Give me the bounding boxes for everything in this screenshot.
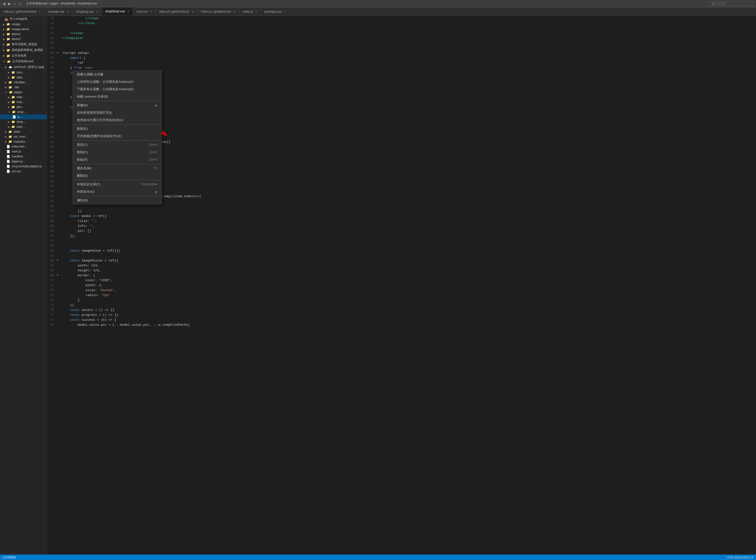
context-menu-item-7[interactable]: 刷新(E) xyxy=(73,125,161,133)
sidebar-item-shop...[interactable]: ▼ 📁 shop... xyxy=(0,109,47,115)
tab-close-icon[interactable]: ✕ xyxy=(234,11,236,13)
context-menu-item-3[interactable]: 创建 common 目录(R) xyxy=(73,93,161,100)
folder-arrow-icon: ▼ xyxy=(5,91,7,94)
context-menu-item-2[interactable]: 下载所有云函数、公共模块及Actions(D) xyxy=(73,85,161,93)
context-menu-item-1[interactable]: 上传所有云函数、公共模块及Actions(A) xyxy=(73,78,161,85)
fold-icon[interactable]: ▼ xyxy=(57,51,60,56)
sidebar-item-unpacka...[interactable]: ▶ 📁 unpacka... xyxy=(0,139,47,144)
tab-close-icon[interactable]: ✕ xyxy=(150,11,152,13)
tab-index.js[interactable]: index.js✕ xyxy=(239,7,261,16)
sidebar-item-.vite[interactable]: ▶ 📁 .vite xyxy=(0,85,47,90)
sidebar-item-uni.css[interactable]: 📄 uni.css xyxy=(0,169,47,174)
file-icon: ☁️ xyxy=(8,65,12,69)
line-number: 35 xyxy=(47,100,57,105)
line-number: 68 xyxy=(47,268,57,273)
code-line-73: 73 radius: '2px' xyxy=(47,293,756,298)
context-menu-item-0[interactable]: 新建云函数/云对象 xyxy=(73,71,161,78)
context-menu-item-8[interactable]: 字符搜索(范围中目录或文件)(F) xyxy=(73,133,161,140)
line-content: }) xyxy=(60,303,756,308)
context-menu-item-13[interactable]: 删除(D) xyxy=(73,172,161,179)
line-content: border: { xyxy=(60,273,756,278)
tab-package.json[interactable]: package.json✕ xyxy=(261,7,290,16)
sidebar-item-uniapp[interactable]: ▶ 📁 uniapp xyxy=(0,22,47,27)
tab-close-icon[interactable]: ✕ xyxy=(39,11,41,13)
tab-manage.vue[interactable]: manage.vue✕ xyxy=(44,7,73,16)
sidebar-item-pages.js...[interactable]: 📄 pages.js... xyxy=(0,159,47,164)
back-icon[interactable]: ◀ xyxy=(2,2,6,6)
context-menu-label: 新建云函数/云对象 xyxy=(77,72,154,77)
context-menu-item-15[interactable]: 外部命令(O) ▶ xyxy=(73,188,161,196)
code-line-27: 27 ref xyxy=(47,61,756,65)
sidebar-item-inde...[interactable]: ▶ 📁 inde... xyxy=(0,95,47,100)
tab-index.js_|_getgoodslist[interactable]: index.js | getGoodsList✕ xyxy=(156,7,197,16)
context-menu-item-5[interactable]: 在外部资源管理器打开(I) xyxy=(73,109,161,116)
sidebar-item-青年邦新闻_课堂版[interactable]: ▶ 📁 青年邦新闻_课堂版 xyxy=(0,41,47,47)
folder-arrow-icon: ▼ xyxy=(3,60,5,63)
sidebar-item-基础篇新闻案例_备课版[interactable]: ▶ 📁 基础篇新闻案例_备课版 xyxy=(0,47,47,53)
tab-close-icon[interactable]: ✕ xyxy=(192,11,194,13)
bookmark-icon[interactable]: ☆ xyxy=(13,2,17,6)
sidebar-item-uni.promisify.adaptor.js[interactable]: 📄 uni.promisify.adaptor.js xyxy=(0,164,47,169)
sidebar-item-man...[interactable]: ▶ 📁 man... xyxy=(0,100,47,104)
sidebar-item-pho...[interactable]: ▶ 📁 pho... xyxy=(0,104,47,109)
tab-shopdetail.vue[interactable]: shopDetail.vue✕ xyxy=(102,7,133,16)
sidebar-item-manifest...[interactable]: 📄 manifest... xyxy=(0,154,47,159)
line-number: 69 xyxy=(47,273,57,278)
folder-arrow-icon: ▶ xyxy=(3,43,5,46)
context-menu-item-4[interactable]: 新建(N) ▶ xyxy=(73,102,161,109)
tab-close-icon[interactable]: ✕ xyxy=(284,11,286,13)
sidebar-item-uni_mod...[interactable]: ▶ 📁 uni_mod... xyxy=(0,134,47,139)
sidebar-item-unicloud_-_[阿里云:qyq][interactable]: ▶ ☁️ uniCloud - [阿里云:qyq] xyxy=(0,64,47,70)
sidebar-item-index.htm...[interactable]: 📄 index.htm... xyxy=(0,144,47,149)
tab-close-icon[interactable]: ✕ xyxy=(127,10,129,13)
line-number: 77 xyxy=(47,313,57,318)
context-menu-item-12[interactable]: 重命名(M) F2 xyxy=(73,165,161,172)
forward-icon[interactable]: ▶ xyxy=(7,2,12,6)
context-menu-item-16[interactable]: 属性(R) xyxy=(73,197,161,204)
sidebar-item-导入uniapp包[interactable]: 📥 导入uniapp包 xyxy=(0,16,47,22)
code-line-68: 68 height: 124, xyxy=(47,268,756,273)
sidebar-item-label: uniapp-demo xyxy=(12,27,29,31)
sidebar-item-云开发电商vue3[interactable]: ▼ 📁 云开发电商vue3 xyxy=(0,59,47,64)
sidebar-item-user...[interactable]: ▶ 📁 user... xyxy=(0,124,47,129)
context-menu-item-10[interactable]: 复制(C) Ctrl+C xyxy=(73,148,161,156)
code-line-21: 21 </view> xyxy=(47,31,756,36)
sidebar-item-demo2[interactable]: ▶ 📁 demo2 xyxy=(0,37,47,41)
search-input[interactable] xyxy=(710,1,754,6)
code-line-57: 57 }) xyxy=(47,209,756,214)
line-number: 66 xyxy=(47,258,57,263)
fold-icon[interactable]: ▼ xyxy=(57,273,60,278)
sidebar-item-云开发电商[interactable]: ▶ 📁 云开发电商 xyxy=(0,53,47,59)
run-icon[interactable]: ▷ xyxy=(18,2,22,6)
sidebar-item-data...[interactable]: ▶ 📁 data... xyxy=(0,75,47,80)
line-number: 49 xyxy=(47,169,57,174)
sidebar-item-main.js[interactable]: 📄 main.js xyxy=(0,149,47,154)
sidebar-item-clou...[interactable]: ▶ 📁 clou... xyxy=(0,70,47,75)
tab-close-icon[interactable]: ✕ xyxy=(96,11,98,13)
tab-index.js_|_updategoods[interactable]: index.js | updateGoods✕ xyxy=(198,7,240,16)
tab-user.vue[interactable]: user.vue✕ xyxy=(133,7,156,16)
sidebar-item-static[interactable]: ▶ 📁 static xyxy=(0,129,47,134)
status-left: 已关闭项目 xyxy=(2,556,16,559)
line-number: 18 xyxy=(47,16,57,21)
sidebar-item-demo1[interactable]: ▶ 📁 demo1 xyxy=(0,32,47,37)
sidebar-item-uniapp-demo[interactable]: ▶ 📁 uniapp-demo xyxy=(0,27,47,32)
context-menu-item-11[interactable]: 粘贴(P) Ctrl+V xyxy=(73,156,161,163)
sidebar-item-pages[interactable]: ▼ 📁 pages xyxy=(0,90,47,95)
context-menu-item-6[interactable]: 使用命令行窗口打开所在目录(U) xyxy=(73,116,161,124)
tab-close-icon[interactable]: ✕ xyxy=(67,11,69,13)
tab-close-icon[interactable]: ✕ xyxy=(255,11,257,13)
sidebar-item-s...[interactable]: 📄 s... xyxy=(0,115,47,119)
tab-index.js_|_getgoodsdetail[interactable]: index.js | getGoodsDetail✕ xyxy=(0,7,44,16)
sidebar-item-.hbuilder...[interactable]: ▶ 📁 .hbuilder... xyxy=(0,80,47,85)
folder-arrow-icon: ▶ xyxy=(3,33,5,36)
code-line-63: 63 xyxy=(47,243,756,248)
sidebar-item-shop...[interactable]: ▶ 📁 shop... xyxy=(0,119,47,124)
fold-icon[interactable]: ▼ xyxy=(57,258,60,263)
sidebar-item-label: .hbuilder... xyxy=(14,81,27,84)
file-icon: 📁 xyxy=(12,76,15,79)
tab-shopping.vue[interactable]: shopping.vue✕ xyxy=(73,7,102,16)
context-menu-item-9[interactable]: 剪切(T) Ctrl+X xyxy=(73,141,161,148)
context-menu-item-14[interactable]: 本地历史记录(Y) Ctrl+Shift+H xyxy=(73,181,161,188)
tab-label: index.js | updateGoods xyxy=(201,10,232,13)
